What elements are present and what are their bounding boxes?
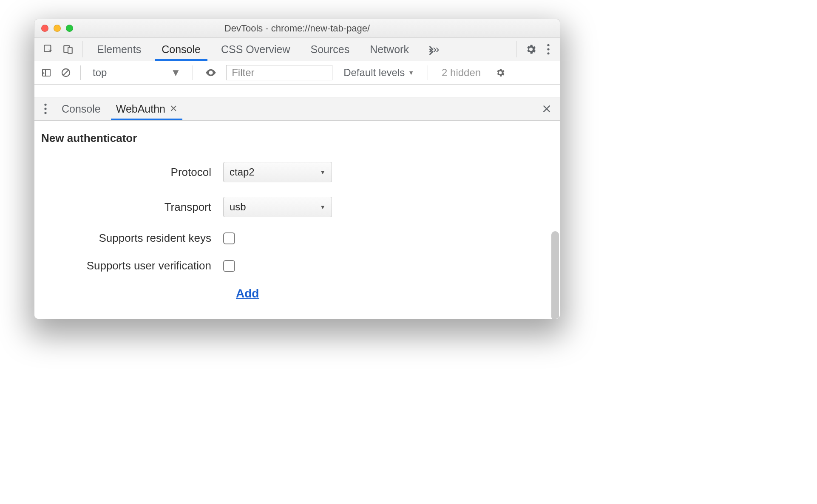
add-row: Add — [40, 287, 560, 300]
context-selector[interactable]: top ▼ — [88, 67, 186, 79]
scrollbar-thumb[interactable] — [551, 231, 559, 319]
svg-point-10 — [44, 104, 46, 106]
device-toggle-icon[interactable] — [58, 38, 78, 61]
resident-keys-checkbox[interactable] — [223, 232, 235, 244]
svg-point-4 — [547, 48, 549, 50]
drawer-kebab-menu-icon[interactable] — [37, 97, 54, 120]
separator — [80, 65, 81, 80]
tab-css-overview[interactable]: CSS Overview — [211, 38, 301, 61]
live-expression-icon[interactable] — [200, 67, 222, 79]
kebab-menu-icon[interactable] — [541, 38, 556, 61]
transport-label: Transport — [40, 201, 223, 214]
more-tabs-button[interactable]: » — [419, 38, 445, 61]
levels-label: Default levels — [343, 67, 405, 79]
filter-placeholder: Filter — [232, 67, 254, 79]
resident-keys-label: Supports resident keys — [40, 232, 223, 245]
console-toolbar: top ▼ Filter Default levels ▼ 2 hidden — [34, 61, 560, 85]
minimize-window-button[interactable] — [54, 25, 61, 32]
transport-value: usb — [230, 201, 246, 213]
filter-input[interactable]: Filter — [226, 65, 332, 80]
drawer-tab-webauthn[interactable]: WebAuthn ✕ — [108, 97, 185, 120]
protocol-select[interactable]: ctap2 ▼ — [223, 162, 332, 182]
svg-point-3 — [547, 44, 549, 46]
resident-keys-row: Supports resident keys — [40, 232, 560, 245]
user-verification-label: Supports user verification — [40, 259, 223, 272]
webauthn-panel: New authenticator Protocol ctap2 ▼ Trans… — [34, 121, 560, 319]
clear-console-icon[interactable] — [58, 68, 74, 78]
protocol-value: ctap2 — [230, 166, 255, 178]
chevron-down-icon: ▼ — [320, 204, 326, 210]
console-output-area — [34, 85, 560, 97]
tab-group: Elements Console CSS Overview Sources Ne… — [87, 38, 419, 61]
sidebar-toggle-icon[interactable] — [39, 68, 54, 78]
chevron-down-icon: ▼ — [320, 169, 326, 176]
close-window-button[interactable] — [41, 25, 48, 32]
console-settings-gear-icon[interactable] — [492, 68, 509, 78]
user-verification-row: Supports user verification — [40, 259, 560, 272]
devtools-tab-bar: Elements Console CSS Overview Sources Ne… — [34, 38, 560, 61]
separator — [82, 41, 82, 57]
add-button[interactable]: Add — [236, 287, 259, 300]
transport-row: Transport usb ▼ — [40, 197, 560, 217]
svg-point-11 — [44, 108, 46, 110]
context-value: top — [93, 67, 107, 79]
protocol-label: Protocol — [40, 166, 223, 179]
chevron-down-icon: ▼ — [170, 67, 181, 79]
log-levels-selector[interactable]: Default levels ▼ — [337, 67, 421, 79]
separator — [193, 65, 193, 80]
separator — [516, 41, 516, 57]
drawer-tab-bar: Console WebAuthn ✕ — [34, 97, 560, 121]
hidden-messages-count[interactable]: 2 hidden — [435, 67, 488, 79]
authenticator-form: Protocol ctap2 ▼ Transport usb ▼ Support… — [40, 162, 560, 300]
inspect-icon[interactable] — [39, 38, 58, 61]
window-controls — [41, 25, 73, 32]
svg-point-12 — [44, 112, 46, 114]
zoom-window-button[interactable] — [66, 25, 73, 32]
transport-select[interactable]: usb ▼ — [223, 197, 332, 217]
protocol-row: Protocol ctap2 ▼ — [40, 162, 560, 182]
close-tab-icon[interactable]: ✕ — [170, 103, 177, 114]
svg-point-5 — [547, 52, 549, 54]
svg-line-9 — [63, 70, 68, 75]
chevron-down-icon: ▼ — [408, 69, 414, 76]
window-title: DevTools - chrome://new-tab-page/ — [34, 23, 560, 34]
drawer-tab-label: WebAuthn — [116, 103, 165, 115]
devtools-window: DevTools - chrome://new-tab-page/ Elemen… — [34, 19, 560, 319]
section-title: New authenticator — [41, 132, 560, 145]
drawer-tab-label: Console — [62, 103, 101, 115]
separator — [428, 65, 428, 80]
titlebar: DevTools - chrome://new-tab-page/ — [34, 19, 560, 38]
close-drawer-icon[interactable] — [536, 97, 557, 120]
tab-console[interactable]: Console — [151, 38, 211, 61]
tab-sources[interactable]: Sources — [301, 38, 360, 61]
drawer-tab-console[interactable]: Console — [54, 97, 108, 120]
user-verification-checkbox[interactable] — [223, 260, 235, 272]
settings-gear-icon[interactable] — [521, 38, 541, 61]
tab-network[interactable]: Network — [360, 38, 419, 61]
svg-rect-2 — [68, 48, 72, 54]
tab-elements[interactable]: Elements — [87, 38, 151, 61]
